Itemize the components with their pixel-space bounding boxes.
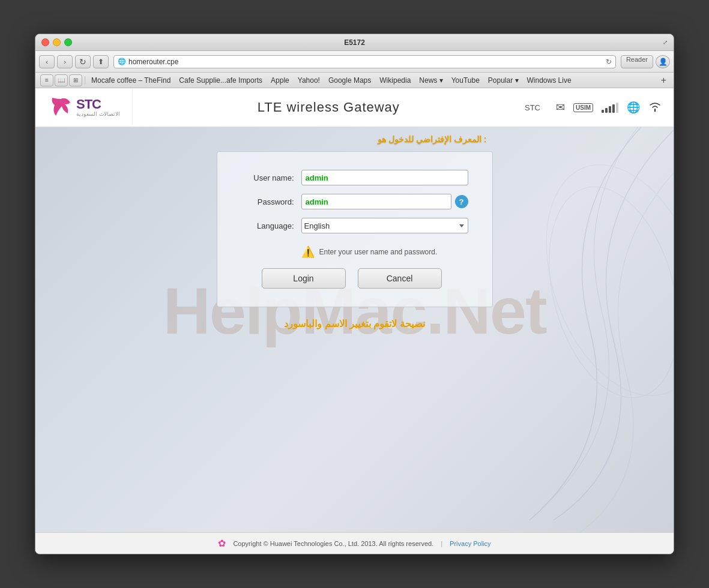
language-row: Language: English العربية <box>235 218 468 233</box>
footer-separator: | <box>441 540 442 547</box>
cancel-button[interactable]: Cancel <box>358 268 442 289</box>
forward-button[interactable]: › <box>57 55 73 68</box>
bookmark-yahoo[interactable]: Yahoo! <box>294 75 324 86</box>
reload-icon: ↻ <box>79 57 86 67</box>
minimize-button[interactable] <box>53 38 61 46</box>
bookmark-separator <box>85 76 85 85</box>
reading-list-button[interactable]: ≡ <box>40 74 53 86</box>
login-button[interactable]: Login <box>262 268 346 289</box>
signal-bars-icon <box>602 102 618 113</box>
stc-bird-icon <box>47 94 74 121</box>
bookmarks-button[interactable]: 📖 <box>55 74 68 86</box>
usim-badge: USIM <box>573 103 593 112</box>
person-button[interactable]: 👤 <box>656 55 670 68</box>
login-card-container: : المعرف الإفتراضي للدخول هو User name: … <box>217 151 493 329</box>
language-label: Language: <box>235 221 301 230</box>
stc-subtitle: الاتصالات السعودية <box>76 111 120 117</box>
bookmarks-bar: ≡ 📖 ⊞ Mocafe coffee – TheFind Cafe Suppl… <box>35 73 674 88</box>
forward-icon: › <box>64 58 66 65</box>
bookmark-apple[interactable]: Apple <box>267 75 293 86</box>
login-card: User name: Password: ? Language: English <box>217 151 493 307</box>
address-globe-icon: 🌐 <box>118 58 126 65</box>
bookmark-cafe[interactable]: Cafe Supplie...afe Imports <box>175 75 266 86</box>
add-bookmark-button[interactable]: + <box>659 75 669 86</box>
content-area: HelpMac.Net STC الاتصالات السعودية <box>35 88 674 532</box>
password-help-button[interactable]: ? <box>455 195 468 208</box>
bookmark-popular[interactable]: Popular ▾ <box>484 75 522 86</box>
bookmark-mocafe[interactable]: Mocafe coffee – TheFind <box>88 75 174 86</box>
traffic-lights <box>41 38 72 46</box>
username-input[interactable] <box>301 170 468 185</box>
window-title: E5172 <box>344 38 365 47</box>
refresh-icon[interactable]: ↻ <box>606 58 612 66</box>
arabic-note-top: : المعرف الإفتراضي للدخول هو <box>378 134 486 144</box>
back-icon: ‹ <box>46 58 48 65</box>
back-button[interactable]: ‹ <box>39 55 55 68</box>
username-label: User name: <box>235 173 301 182</box>
nav-bar: ‹ › ↻ ⬆ 🌐 homerouter.cpe ↻ Reader 👤 <box>35 51 674 73</box>
address-text: homerouter.cpe <box>128 58 606 66</box>
arabic-note-bottom: نصيحة لاتقوم بتغيير الاسم والباسورد <box>217 318 493 329</box>
button-row: Login Cancel <box>235 268 468 289</box>
huawei-logo-icon: ✿ <box>218 538 226 549</box>
password-label: Password: <box>235 197 301 206</box>
reader-button[interactable]: Reader <box>621 55 653 68</box>
warning-text: Enter your user name and password. <box>319 248 438 256</box>
bookmark-windowslive[interactable]: Windows Live <box>523 75 575 86</box>
bookmark-youtube[interactable]: YouTube <box>448 75 483 86</box>
stc-label: STC <box>525 103 552 112</box>
warning-row: ⚠️ Enter your user name and password. <box>235 242 468 266</box>
apps-button[interactable]: ⊞ <box>69 74 82 86</box>
address-bar[interactable]: 🌐 homerouter.cpe ↻ <box>113 55 616 68</box>
bookmark-news[interactable]: News ▾ <box>415 75 446 86</box>
header-bar: STC الاتصالات السعودية LTE wireless Gate… <box>35 88 674 127</box>
login-card-wrapper: : المعرف الإفتراضي للدخول هو User name: … <box>35 127 674 329</box>
language-select[interactable]: English العربية <box>301 218 468 233</box>
bookmark-wikipedia[interactable]: Wikipedia <box>376 75 414 86</box>
warning-icon: ⚠️ <box>301 245 315 259</box>
footer-bar: ✿ Copyright © Huawei Technologies Co., L… <box>35 532 674 554</box>
stc-logo: STC الاتصالات السعودية <box>35 89 133 125</box>
wifi-icon[interactable] <box>648 101 662 115</box>
person-icon: 👤 <box>659 58 668 66</box>
bookmark-googlemaps[interactable]: Google Maps <box>325 75 375 86</box>
stc-wordmark: STC <box>76 98 120 111</box>
mail-icon[interactable]: ✉ <box>556 101 565 114</box>
password-input[interactable] <box>301 194 451 209</box>
maximize-button[interactable] <box>64 38 72 46</box>
share-button[interactable]: ⬆ <box>93 55 109 68</box>
gateway-title: LTE wireless Gateway <box>133 100 525 115</box>
header-icons: ✉ USIM 🌐 <box>556 101 674 115</box>
username-row: User name: <box>235 170 468 185</box>
title-bar: E5172 ⤢ <box>35 34 674 51</box>
privacy-policy-link[interactable]: Privacy Policy <box>450 540 490 547</box>
reload-button[interactable]: ↻ <box>75 55 91 68</box>
footer-copyright: Copyright © Huawei Technologies Co., Ltd… <box>233 540 433 547</box>
resize-icon[interactable]: ⤢ <box>663 39 668 46</box>
share-icon: ⬆ <box>98 58 104 66</box>
browser-window: E5172 ⤢ ‹ › ↻ ⬆ 🌐 homerouter.cpe ↻ Reade… <box>35 34 674 554</box>
password-row: Password: ? <box>235 194 468 209</box>
globe-icon[interactable]: 🌐 <box>627 101 640 114</box>
close-button[interactable] <box>41 38 49 46</box>
